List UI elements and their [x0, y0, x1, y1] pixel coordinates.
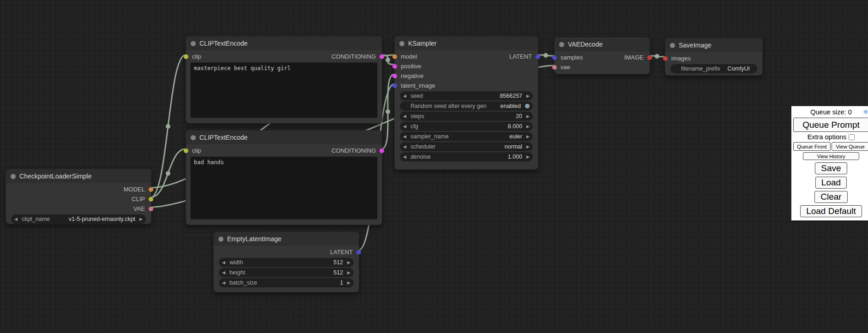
width-widget[interactable]: ◀ width 512 ▶ [219, 258, 354, 267]
clip-output-port[interactable] [149, 197, 153, 202]
increment-arrow-icon[interactable]: ▶ [347, 261, 350, 265]
image-output-port[interactable] [647, 55, 652, 60]
node-title-bar[interactable]: CLIPTextEncode [186, 36, 382, 50]
extra-options-row[interactable]: Extra options [808, 133, 855, 141]
filename-prefix-widget[interactable]: filename_prefix ComfyUI [670, 64, 757, 73]
scheduler-widget[interactable]: ◀ scheduler normal ▶ [400, 142, 533, 151]
increment-arrow-icon[interactable]: ▶ [139, 217, 143, 221]
widget-value: 8566257 [423, 93, 522, 99]
height-widget[interactable]: ◀ height 512 ▶ [219, 268, 354, 277]
extra-options-checkbox[interactable] [849, 134, 855, 140]
positive-input-port[interactable] [392, 64, 397, 69]
denoise-widget[interactable]: ◀ denoise 1.000 ▶ [400, 152, 533, 161]
node-empty-latent-image[interactable]: EmptyLatentImage LATENT ◀ width 512 ▶ ◀ … [213, 232, 359, 292]
node-title-bar[interactable]: CLIPTextEncode [186, 131, 382, 144]
slot-label: model [401, 53, 417, 60]
link-midpoint-dot [166, 124, 170, 129]
widget-label: denoise [410, 154, 431, 160]
latent-output-port[interactable] [536, 54, 540, 59]
conditioning-output-port[interactable] [380, 149, 384, 153]
images-input-port[interactable] [663, 56, 668, 61]
conditioning-output-port[interactable] [380, 54, 384, 59]
node-collapse-dot[interactable] [191, 135, 196, 140]
increment-arrow-icon[interactable]: ▶ [526, 135, 530, 139]
node-title-bar[interactable]: CheckpointLoaderSimple [6, 169, 151, 183]
node-title-bar[interactable]: SaveImage [665, 38, 762, 52]
node-vae-decode[interactable]: VAEDecode samples IMAGE vae [554, 37, 650, 74]
increment-arrow-icon[interactable]: ▶ [526, 94, 530, 98]
sampler-name-widget[interactable]: ◀ sampler_name euler ▶ [400, 132, 533, 141]
queue-size-row: Queue size: 0 ✳ [793, 107, 868, 116]
node-collapse-dot[interactable] [218, 237, 223, 242]
node-collapse-dot[interactable] [11, 174, 16, 179]
slot-label: images [671, 55, 691, 62]
comfy-menu[interactable]: Queue size: 0 ✳ Queue Prompt Extra optio… [791, 106, 868, 220]
node-collapse-dot[interactable] [191, 41, 196, 46]
cfg-widget[interactable]: ◀ cfg 8.000 ▶ [400, 122, 533, 131]
clear-button[interactable]: Clear [814, 191, 847, 203]
decrement-arrow-icon[interactable]: ◀ [14, 217, 18, 221]
load-default-button[interactable]: Load Default [800, 205, 862, 217]
steps-widget[interactable]: ◀ steps 20 ▶ [400, 112, 533, 121]
widget-value: 512 [243, 259, 343, 266]
view-queue-button[interactable]: View Queue [832, 142, 868, 151]
clip-input-port[interactable] [184, 54, 188, 59]
node-ksampler[interactable]: KSampler model LATENT positive negative … [394, 36, 538, 170]
vae-output-port[interactable] [149, 207, 153, 211]
decrement-arrow-icon[interactable]: ◀ [222, 261, 225, 265]
link-clip-to-positive-encode [151, 55, 186, 197]
model-input-port[interactable] [392, 54, 397, 59]
queue-front-button[interactable]: Queue Front [793, 142, 831, 151]
node-clip-text-encode-negative[interactable]: CLIPTextEncode clip CONDITIONING bad han… [186, 130, 382, 225]
increment-arrow-icon[interactable]: ▶ [526, 114, 530, 119]
node-checkpoint-loader[interactable]: CheckpointLoaderSimple MODEL CLIP VAE ◀ … [6, 169, 151, 224]
save-button[interactable]: Save [815, 162, 847, 174]
view-history-button[interactable]: View History [803, 152, 859, 160]
samples-input-port[interactable] [552, 55, 557, 60]
decrement-arrow-icon[interactable]: ◀ [403, 135, 406, 139]
widget-value: enabled [487, 103, 521, 109]
load-button[interactable]: Load [815, 177, 847, 189]
widget-label: seed [410, 93, 423, 99]
increment-arrow-icon[interactable]: ▶ [526, 125, 530, 129]
latent-output-port[interactable] [356, 250, 361, 255]
node-title-bar[interactable]: VAEDecode [555, 37, 650, 51]
node-collapse-dot[interactable] [670, 43, 675, 48]
decrement-arrow-icon[interactable]: ◀ [403, 114, 406, 119]
queue-prompt-button[interactable]: Queue Prompt [793, 118, 868, 132]
node-collapse-dot[interactable] [399, 41, 404, 46]
prompt-textarea[interactable]: bad hands [190, 156, 378, 220]
extra-options-label: Extra options [808, 133, 847, 141]
decrement-arrow-icon[interactable]: ◀ [222, 271, 225, 275]
decrement-arrow-icon[interactable]: ◀ [403, 155, 406, 159]
model-output-port[interactable] [149, 187, 153, 192]
clip-input-port[interactable] [184, 149, 188, 153]
node-title-bar[interactable]: EmptyLatentImage [214, 232, 359, 246]
settings-gear-icon[interactable]: ✳ [862, 108, 868, 116]
increment-arrow-icon[interactable]: ▶ [347, 281, 350, 285]
decrement-arrow-icon[interactable]: ◀ [222, 281, 225, 285]
node-title-bar[interactable]: KSampler [395, 36, 538, 50]
batch-size-widget[interactable]: ◀ batch_size 1 ▶ [219, 278, 354, 287]
prompt-textarea[interactable]: masterpiece best quality girl [190, 62, 378, 118]
node-collapse-dot[interactable] [559, 42, 564, 47]
seed-widget[interactable]: ◀ seed 8566257 ▶ [400, 91, 533, 101]
decrement-arrow-icon[interactable]: ◀ [403, 145, 406, 149]
widget-label: cfg [410, 123, 418, 130]
latent-image-input-port[interactable] [392, 83, 397, 88]
queue-size-label: Queue size: 0 [810, 108, 851, 116]
node-clip-text-encode-positive[interactable]: CLIPTextEncode clip CONDITIONING masterp… [186, 36, 382, 124]
node-save-image[interactable]: SaveImage images filename_prefix ComfyUI [665, 38, 763, 76]
increment-arrow-icon[interactable]: ▶ [526, 155, 530, 159]
vae-input-port[interactable] [552, 65, 557, 70]
toggle-indicator-icon[interactable] [525, 104, 530, 108]
random-seed-toggle[interactable]: Random seed after every gen enabled [400, 101, 533, 111]
decrement-arrow-icon[interactable]: ◀ [403, 94, 406, 98]
slot-row: clip CONDITIONING [186, 146, 382, 155]
negative-input-port[interactable] [392, 74, 397, 78]
decrement-arrow-icon[interactable]: ◀ [403, 125, 406, 129]
slot-label: CONDITIONING [332, 147, 376, 154]
ckpt-name-widget[interactable]: ◀ ckpt_name v1-5-pruned-emaonly.ckpt ▶ [11, 214, 146, 224]
increment-arrow-icon[interactable]: ▶ [347, 271, 350, 275]
increment-arrow-icon[interactable]: ▶ [526, 145, 530, 149]
